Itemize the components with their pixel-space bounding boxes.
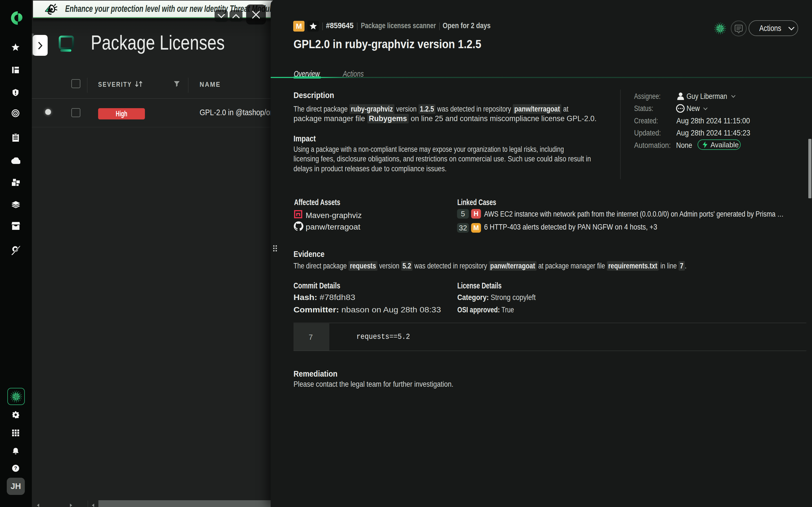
svg-text:?: ? (14, 466, 17, 471)
